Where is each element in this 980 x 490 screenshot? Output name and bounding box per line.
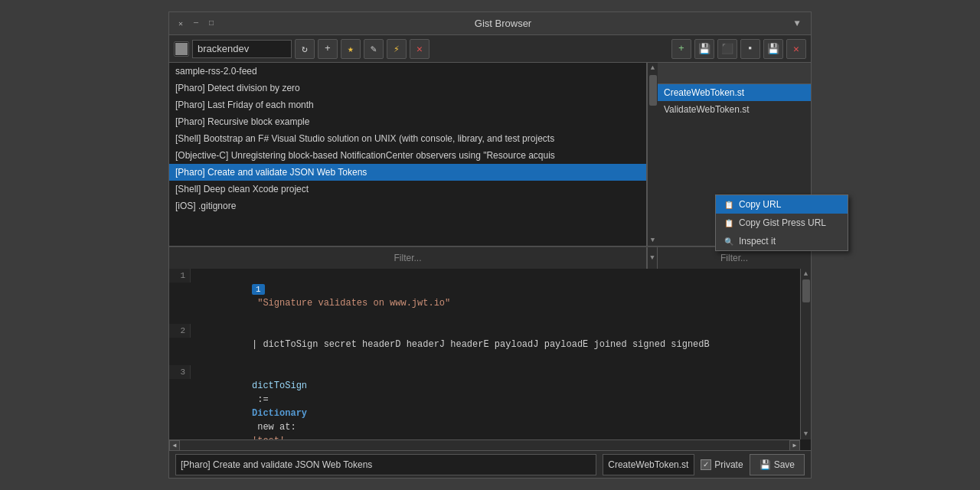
- line-content: | dictToSign secret headerD headerJ head…: [191, 324, 710, 365]
- list-item[interactable]: [iOS] .gitignore: [169, 198, 646, 214]
- list-scroll-down[interactable]: ▼: [647, 247, 658, 269]
- filename-field[interactable]: CreateWebToken.st: [603, 454, 694, 475]
- list-item[interactable]: [Pharo] Recursive block example: [169, 113, 646, 130]
- star-button[interactable]: ★: [341, 39, 361, 59]
- gist-title-field[interactable]: [Pharo] Create and validate JSON Web Tok…: [175, 454, 596, 475]
- cursor-indicator: 1: [252, 284, 265, 295]
- gist-title-text: [Pharo] Create and validate JSON Web Tok…: [181, 459, 372, 470]
- line-content: dictToSign := Dictionary new at: 'test' …: [191, 365, 307, 450]
- code-line: 1 1 "Signature validates on www.jwt.io": [169, 269, 811, 324]
- code-pane[interactable]: ▲ ▼ 1 1 "Signature validates on www.jwt.…: [169, 269, 811, 450]
- list-item[interactable]: [Pharo] Last Friday of each month: [169, 96, 646, 113]
- scroll-down-arrow[interactable]: ▼: [651, 237, 655, 244]
- copy-gist-url-label: Copy Gist Press URL: [739, 217, 811, 228]
- gist-list[interactable]: sample-rss-2.0-feed [Pharo] Detect divis…: [169, 63, 647, 246]
- line-content: 1 "Signature validates on www.jwt.io": [191, 269, 450, 324]
- user-avatar: [174, 41, 189, 57]
- copy-icon: 📋: [724, 199, 734, 210]
- filename-text: CreateWebToken.st: [608, 459, 688, 470]
- context-inspect[interactable]: 🔍 Inspect it: [716, 232, 811, 250]
- file-item[interactable]: ValidateWebToken.st: [658, 101, 811, 118]
- save-label: Save: [774, 459, 795, 470]
- layout1-button[interactable]: ⬛: [717, 39, 737, 59]
- close2-button[interactable]: ✕: [786, 39, 806, 59]
- chevron-down-icon: ▼: [650, 254, 654, 262]
- close-icon[interactable]: ✕: [175, 18, 186, 29]
- filter-label: Filter...: [394, 253, 421, 263]
- layout2-button[interactable]: ▪: [740, 39, 760, 59]
- save-icon: 💾: [760, 459, 771, 470]
- copy-gist-icon: 📋: [724, 217, 734, 228]
- edit-button[interactable]: ✎: [364, 39, 384, 59]
- scroll-thumb: [649, 75, 657, 106]
- code-scroll-thumb: [802, 279, 810, 302]
- file-list-toolbar: [658, 63, 811, 84]
- file-item-selected[interactable]: CreateWebToken.st: [658, 84, 811, 101]
- file-add-button[interactable]: +: [671, 39, 691, 59]
- username-input[interactable]: [192, 40, 292, 58]
- lightning-button[interactable]: ⚡: [387, 39, 407, 59]
- inspect-label: Inspect it: [739, 236, 776, 247]
- layout3-button[interactable]: 💾: [763, 39, 783, 59]
- code-scrollbar[interactable]: ▲ ▼: [800, 269, 811, 439]
- code-line: 2 | dictToSign secret headerD headerJ he…: [169, 324, 811, 365]
- bottom-bar: [Pharo] Create and validate JSON Web Tok…: [169, 450, 811, 478]
- list-item[interactable]: [Shell] Deep clean Xcode project: [169, 181, 646, 198]
- title-bar: ✕ ─ □ Gist Browser ▼: [169, 12, 811, 35]
- close-button[interactable]: ✕: [410, 39, 430, 59]
- refresh-button[interactable]: ↻: [295, 39, 315, 59]
- scroll-track: [801, 278, 811, 430]
- list-scrollbar[interactable]: ▲ ▼: [647, 63, 658, 246]
- list-item[interactable]: [Objective-C] Unregistering block-based …: [169, 147, 646, 164]
- main-content: sample-rss-2.0-feed [Pharo] Detect divis…: [169, 63, 811, 478]
- copy-url-label: Copy URL: [739, 199, 781, 210]
- scroll-right-btn[interactable]: ▶: [789, 440, 800, 451]
- scroll-left-btn[interactable]: ◀: [169, 440, 180, 451]
- inspect-icon: 🔍: [724, 236, 734, 247]
- window-controls: ✕ ─ □: [175, 18, 217, 29]
- main-toolbar: ↻ + ★ ✎ ⚡ ✕ + 💾 ⬛ ▪ 💾 ✕: [169, 35, 811, 63]
- gist-filter[interactable]: Filter...: [169, 247, 647, 269]
- add-gist-button[interactable]: +: [318, 39, 338, 59]
- line-number: 3: [169, 365, 191, 379]
- private-label: Private: [714, 459, 743, 470]
- code-scroll-down[interactable]: ▼: [801, 430, 811, 439]
- maximize-icon[interactable]: □: [206, 18, 217, 29]
- file-save-button[interactable]: 💾: [694, 39, 714, 59]
- private-checkbox[interactable]: ✓: [701, 459, 711, 470]
- code-line: 3 dictToSign := Dictionary new at: 'test…: [169, 365, 811, 450]
- dropdown-icon[interactable]: ▼: [789, 18, 805, 29]
- context-menu: 📋 Copy URL 📋 Copy Gist Press URL 🔍 Inspe…: [715, 194, 811, 251]
- checkmark-icon: ✓: [703, 460, 709, 469]
- context-copy-url[interactable]: 📋 Copy URL: [716, 195, 811, 214]
- main-window: ✕ ─ □ Gist Browser ▼ ↻ + ★ ✎ ⚡ ✕ + 💾 ⬛ ▪…: [168, 11, 812, 479]
- code-scroll-up[interactable]: ▲: [801, 269, 811, 278]
- horizontal-scrollbar[interactable]: ◀ ▶: [169, 439, 800, 450]
- line-number: 2: [169, 324, 191, 338]
- line-number: 1: [169, 269, 191, 283]
- window-title: Gist Browser: [475, 18, 531, 29]
- list-item[interactable]: [Shell] Bootstrap an F# Visual Studio so…: [169, 130, 646, 147]
- list-item[interactable]: sample-rss-2.0-feed: [169, 63, 646, 80]
- minimize-icon[interactable]: ─: [191, 18, 201, 29]
- list-item[interactable]: [Pharo] Detect division by zero: [169, 80, 646, 96]
- private-checkbox-row: ✓ Private: [701, 459, 743, 470]
- context-copy-gist-url[interactable]: 📋 Copy Gist Press URL: [716, 214, 811, 232]
- save-button[interactable]: 💾 Save: [750, 454, 805, 475]
- list-item-selected[interactable]: [Pharo] Create and validate JSON Web Tok…: [169, 164, 646, 181]
- file-filter-label: Filter...: [720, 253, 748, 263]
- scroll-up-arrow[interactable]: ▲: [651, 64, 655, 72]
